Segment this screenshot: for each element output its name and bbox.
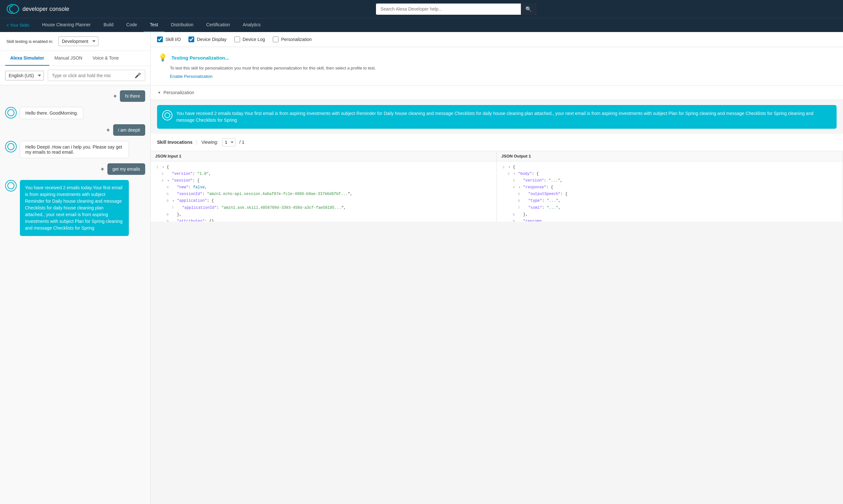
logo-area: developer console [6, 4, 69, 14]
environment-select[interactable]: Development [58, 36, 98, 46]
json-line: 8 }, [497, 211, 843, 218]
alexa-avatar-inner-2 [7, 143, 14, 150]
chat-user-msg-3: + get my emails [5, 163, 145, 175]
alexa-avatar-1 [5, 107, 17, 119]
json-input-title: JSON Input 1 [151, 151, 497, 161]
user-bubble-2: i am deepti [113, 124, 145, 136]
json-line: 6 ▾ "application": { [151, 198, 497, 204]
json-line: 1 ▾ { [497, 164, 843, 171]
chevron-down-icon: ▾ [158, 90, 160, 95]
tab-alexa-simulator[interactable]: Alexa Simulator [5, 51, 49, 66]
nav-item-build[interactable]: Build [97, 18, 120, 32]
nav-item-test[interactable]: Test [143, 18, 165, 32]
right-panel: Skill I/O Device Display Device Log Pers… [151, 32, 843, 504]
language-select[interactable]: English (US) [5, 71, 44, 80]
checkbox-toolbar: Skill I/O Device Display Device Log Pers… [151, 32, 843, 47]
json-line: 6 "type": "...", [497, 198, 843, 204]
back-to-skills[interactable]: < Your Skills [6, 23, 29, 28]
alexa-logo-icon [6, 4, 19, 14]
enable-personalization-link[interactable]: Enable Personalization [170, 74, 835, 79]
checkbox-personalization[interactable]: Personalization [273, 36, 312, 42]
viewing-select[interactable]: 1 [222, 138, 236, 146]
checkbox-skill-io[interactable]: Skill I/O [157, 36, 181, 42]
nav-item-analytics[interactable]: Analytics [236, 18, 267, 32]
viewing-label: Viewing: [201, 140, 218, 145]
user-bubble-3: get my emails [107, 163, 145, 175]
user-bubble-1: hi there [120, 90, 145, 102]
mic-input-wrapper: 🎤 [48, 70, 145, 81]
banner-description: To test this skill for personalization y… [170, 66, 376, 70]
search-bar: 🔍 [76, 3, 837, 15]
banner-title: Testing Personalization... [171, 55, 229, 60]
personalization-banner: 💡 Testing Personalization... To test thi… [151, 47, 843, 86]
testing-label: Skill testing is enabled in: [6, 39, 53, 44]
alexa-avatar-inner-3 [7, 182, 14, 189]
utterance-input[interactable] [52, 73, 135, 78]
json-output-title: JSON Output 1 [497, 151, 843, 161]
response-avatar-inner [165, 112, 170, 118]
checkbox-device-display[interactable]: Device Display [188, 36, 227, 42]
chat-alexa-msg-3: You have received 2 emails today.Your fi… [5, 180, 145, 236]
search-input[interactable] [376, 4, 521, 14]
checkbox-device-log[interactable]: Device Log [234, 36, 265, 42]
alexa-avatar-2 [5, 141, 17, 152]
banner-header: 💡 Testing Personalization... [158, 53, 835, 62]
add-icon-1: + [114, 93, 117, 100]
lang-row: English (US) 🎤 [0, 66, 150, 85]
alexa-response-3: You have received 2 emails today.Your fi… [20, 180, 129, 236]
alexa-avatar-inner-1 [7, 109, 14, 116]
json-line: 8 }, [151, 211, 497, 218]
response-avatar [162, 110, 172, 121]
personalization-checkbox[interactable] [273, 36, 278, 42]
chat-alexa-msg-2: Hello Deepti .How can i help you. Please… [5, 141, 145, 158]
alexa-avatar-3 [5, 180, 17, 192]
json-input-code: 1 ▾ { 2 "version": "1.0", 3 [151, 161, 497, 221]
bulb-icon: 💡 [158, 53, 167, 62]
device-display-checkbox[interactable] [188, 36, 194, 42]
json-line: 9 "repromp... [497, 218, 843, 221]
right-content: 💡 Testing Personalization... To test thi… [151, 47, 843, 504]
json-line: 7 "ssml": "...", [497, 204, 843, 211]
skill-invocations-label: Skill Invocations [157, 140, 192, 145]
tab-manual-json[interactable]: Manual JSON [49, 51, 87, 66]
chat-area: + hi there Hello there. GoodMorning. + i… [0, 85, 150, 504]
left-panel: Skill testing is enabled in: Development… [0, 32, 151, 504]
nav-bar: < Your Skills House Cleaning Planner Bui… [0, 18, 843, 32]
response-bar: You have received 2 emails today.Your fi… [157, 105, 837, 129]
json-line: 3 "version": "...", [497, 177, 843, 184]
top-bar: developer console 🔍 [0, 0, 843, 18]
nav-item-distribution[interactable]: Distribution [165, 18, 200, 32]
json-panels: JSON Input 1 1 ▾ { 2 "version": "1.0", [151, 151, 843, 221]
tab-voice-tone[interactable]: Voice & Tone [87, 51, 124, 66]
nav-item-house-cleaning[interactable]: House Cleaning Planner [36, 18, 97, 32]
tabs-row: Alexa Simulator Manual JSON Voice & Tone [0, 51, 150, 66]
json-line: 5 "sessionId": "amzn1.echo-api.session.4… [151, 191, 497, 198]
json-output-panel: JSON Output 1 1 ▾ { 2 ▾ "body": { [497, 151, 843, 221]
json-output-code: 1 ▾ { 2 ▾ "body": { 3 [497, 161, 843, 221]
chat-user-msg-1: + hi there [5, 90, 145, 102]
nav-item-certification[interactable]: Certification [200, 18, 236, 32]
nav-items: House Cleaning Planner Build Code Test D… [36, 18, 267, 32]
personalization-collapsible[interactable]: ▾ Personalization [151, 86, 843, 100]
json-line: 4 ▾ "response": { [497, 184, 843, 191]
json-line: 1 ▾ { [151, 164, 497, 171]
nav-item-code[interactable]: Code [120, 18, 143, 32]
microphone-icon[interactable]: 🎤 [135, 72, 141, 78]
skill-io-checkbox[interactable] [157, 36, 163, 42]
testing-header: Skill testing is enabled in: Development [0, 32, 150, 51]
json-line: 2 "version": "1.0", [151, 171, 497, 177]
search-button[interactable]: 🔍 [521, 3, 536, 15]
json-line: 2 ▾ "body": { [497, 171, 843, 177]
response-text: You have received 2 emails today.Your fi… [176, 110, 831, 124]
chat-alexa-msg-1: Hello there. GoodMorning. [5, 107, 145, 119]
invocations-total: / 1 [239, 140, 244, 145]
search-wrapper: 🔍 [376, 3, 536, 15]
alexa-bubble-1: Hello there. GoodMorning. [20, 107, 83, 119]
app-title: developer console [22, 6, 69, 13]
chat-user-msg-2: + i am deepti [5, 124, 145, 136]
json-line: 7 "applicationId": "amzn1.ask.skill.4858… [151, 204, 497, 211]
invocations-header: Skill Invocations | Viewing: 1 / 1 [151, 134, 843, 151]
device-log-checkbox[interactable] [234, 36, 240, 42]
json-line: 5 "outputSpeech": { [497, 191, 843, 198]
main-layout: Skill testing is enabled in: Development… [0, 32, 843, 504]
